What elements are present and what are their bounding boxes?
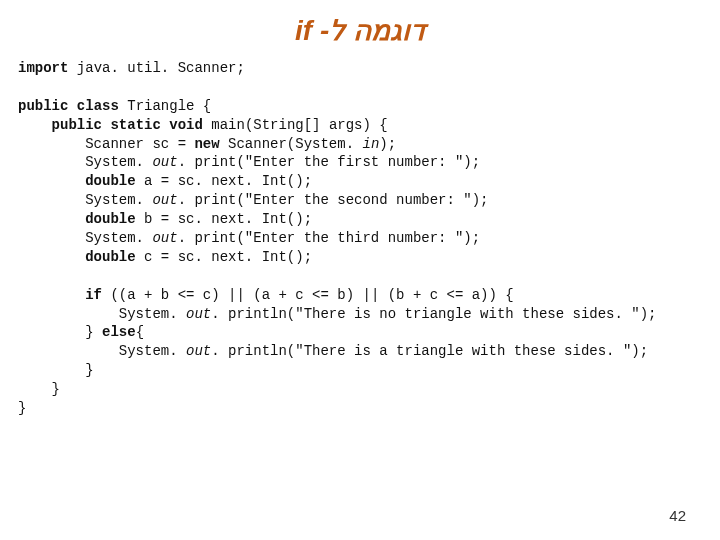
code-text: c = sc. next. Int();: [136, 249, 312, 265]
code-text: a = sc. next. Int();: [136, 173, 312, 189]
keyword-double: double: [85, 173, 135, 189]
static-field-in: in: [362, 136, 379, 152]
slide-title: דוגמה ל- if: [0, 0, 720, 55]
code-text: System.: [18, 192, 152, 208]
keyword-void: void: [169, 117, 203, 133]
code-text: Scanner sc =: [18, 136, 194, 152]
keyword-class: class: [77, 98, 119, 114]
code-text: b = sc. next. Int();: [136, 211, 312, 227]
keyword-static: static: [110, 117, 160, 133]
static-field-out: out: [186, 343, 211, 359]
keyword-import: import: [18, 60, 68, 76]
keyword-new: new: [194, 136, 219, 152]
code-text: }: [18, 381, 60, 397]
code-text: {: [136, 324, 144, 340]
code-text: . println("There is no triangle with the…: [211, 306, 656, 322]
code-text: . print("Enter the second number: ");: [178, 192, 489, 208]
keyword-public: public: [52, 117, 102, 133]
code-text: }: [18, 324, 102, 340]
code-text: System.: [18, 230, 152, 246]
keyword-if: if: [85, 287, 102, 303]
code-text: main(String[] args) {: [203, 117, 388, 133]
static-field-out: out: [152, 154, 177, 170]
code-text: }: [18, 362, 94, 378]
code-text: System.: [18, 154, 152, 170]
keyword-else: else: [102, 324, 136, 340]
code-text: Triangle {: [119, 98, 211, 114]
code-text: java. util. Scanner;: [68, 60, 244, 76]
page-number: 42: [669, 507, 686, 524]
static-field-out: out: [186, 306, 211, 322]
code-text: ((a + b <= c) || (a + c <= b) || (b + c …: [102, 287, 514, 303]
static-field-out: out: [152, 192, 177, 208]
code-text: . print("Enter the third number: ");: [178, 230, 480, 246]
code-text: System.: [18, 306, 186, 322]
code-text: . println("There is a triangle with thes…: [211, 343, 648, 359]
keyword-public: public: [18, 98, 68, 114]
code-text: );: [379, 136, 396, 152]
keyword-double: double: [85, 211, 135, 227]
code-block: import java. util. Scanner; public class…: [0, 55, 720, 418]
code-text: Scanner(System.: [220, 136, 363, 152]
code-text: System.: [18, 343, 186, 359]
slide: דוגמה ל- if import java. util. Scanner; …: [0, 0, 720, 540]
static-field-out: out: [152, 230, 177, 246]
code-text: . print("Enter the first number: ");: [178, 154, 480, 170]
code-text: }: [18, 400, 26, 416]
keyword-double: double: [85, 249, 135, 265]
